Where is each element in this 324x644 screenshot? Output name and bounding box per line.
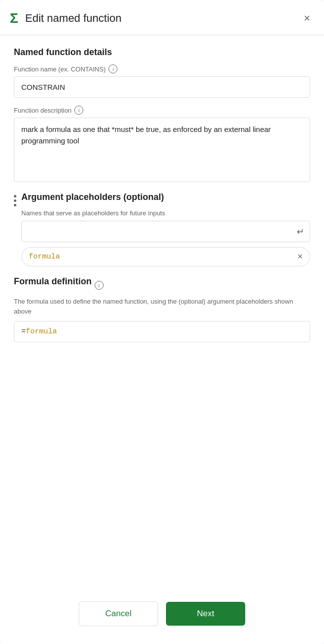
dot-3 (14, 204, 16, 206)
function-description-info-icon[interactable]: i (74, 106, 83, 115)
formula-definition-label: Formula definition i (14, 276, 310, 294)
edit-named-function-dialog: Σ Edit named function × Named function d… (0, 0, 324, 644)
dialog-content: Named function details Function name (ex… (0, 35, 324, 589)
formula-tag-pill: formula × (21, 247, 310, 266)
formula-tag-remove-button[interactable]: × (297, 252, 303, 262)
cancel-button[interactable]: Cancel (79, 601, 158, 626)
dialog-header: Σ Edit named function × (0, 0, 324, 35)
argument-input-wrapper: ↵ (21, 221, 310, 242)
formula-equals: = (21, 327, 26, 336)
argument-placeholders-content: Argument placeholders (optional) Names t… (21, 192, 310, 266)
function-description-input[interactable]: mark a formula as one that *must* be tru… (14, 118, 310, 182)
function-description-label: Function description i (14, 106, 310, 115)
formula-definition-description: The formula used to define the named fun… (14, 297, 310, 316)
enter-icon: ↵ (297, 226, 304, 237)
formula-definition-section: Formula definition i The formula used to… (14, 276, 310, 342)
named-function-details-section: Named function details Function name (ex… (14, 47, 310, 182)
formula-tag-text: formula (29, 253, 60, 261)
argument-placeholders-title: Argument placeholders (optional) (21, 192, 310, 202)
formula-definition-display[interactable]: =formula (14, 321, 310, 342)
function-name-input[interactable] (14, 76, 310, 98)
function-name-label-text: Function name (ex. CONTAINS) (14, 65, 106, 73)
function-description-label-text: Function description (14, 107, 71, 114)
dialog-title: Edit named function (25, 12, 295, 25)
function-name-info-icon[interactable]: i (108, 64, 117, 73)
argument-placeholders-section: Argument placeholders (optional) Names t… (14, 192, 310, 266)
sigma-icon: Σ (10, 11, 18, 25)
next-button[interactable]: Next (166, 602, 245, 626)
formula-definition-info-icon[interactable]: i (95, 281, 104, 290)
argument-input[interactable] (21, 221, 310, 242)
argument-placeholders-sublabel: Names that serve as placeholders for fut… (21, 209, 310, 217)
dots-indicator (14, 192, 16, 266)
tag-close-icon: × (297, 252, 303, 262)
formula-definition-title: Formula definition (14, 276, 92, 287)
dot-2 (14, 199, 16, 202)
dot-1 (14, 195, 16, 197)
dialog-footer: Cancel Next (0, 589, 324, 644)
formula-var: formula (26, 327, 57, 336)
named-function-details-title: Named function details (14, 47, 310, 58)
close-button[interactable]: × (302, 10, 312, 27)
function-name-label: Function name (ex. CONTAINS) i (14, 64, 310, 73)
